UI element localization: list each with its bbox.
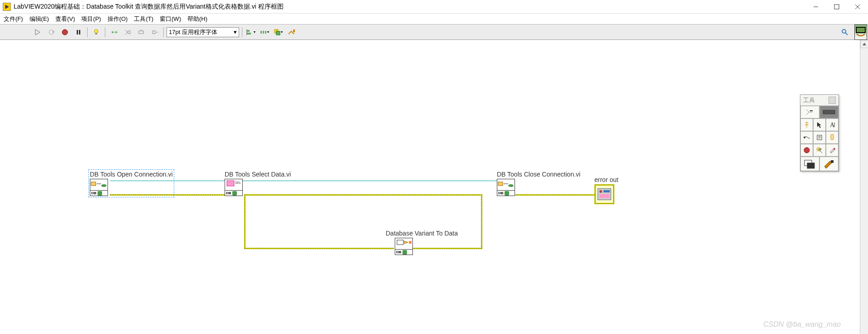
pause-button[interactable]	[73, 26, 84, 38]
connector-pane-icon[interactable]	[854, 25, 867, 40]
color-tool-fg[interactable]	[800, 157, 819, 171]
svg-marker-49	[817, 122, 821, 128]
color-tool-brush[interactable]	[819, 157, 839, 171]
menu-project[interactable]: 项目(P)	[81, 15, 101, 23]
operate-tool[interactable]	[800, 118, 813, 131]
wire-error[interactable]	[481, 194, 482, 249]
toolbar: 17pt 应用程序字体 ▾ ▾ ▾ ▾ ?	[0, 25, 868, 40]
node-db-close-connection[interactable]: DB Tools Close Connection.vi DB	[497, 171, 580, 196]
menu-view[interactable]: 查看(V)	[55, 15, 75, 23]
node-db-open-connection[interactable]: DB Tools Open Connection.vi DB	[90, 171, 173, 196]
menubar: 文件(F) 编辑(E) 查看(V) 项目(P) 操作(O) 工具(T) 窗口(W…	[0, 14, 868, 25]
wiring-tool[interactable]	[800, 131, 813, 144]
menu-tools[interactable]: 工具(T)	[134, 15, 153, 23]
palette-titlebar[interactable]: 工具	[800, 95, 839, 106]
svg-marker-0	[5, 5, 9, 9]
vi-icon: DB	[497, 179, 515, 196]
distribute-button[interactable]: ▾	[259, 26, 270, 38]
menu-help[interactable]: 帮助(H)	[187, 15, 207, 23]
probe-tool[interactable]: +P	[813, 144, 826, 157]
node-label: Database Variant To Data	[386, 230, 458, 237]
svg-rect-9	[79, 30, 80, 34]
svg-rect-23	[265, 31, 266, 34]
color-copy-tool[interactable]	[826, 144, 839, 157]
svg-rect-53	[817, 135, 822, 140]
scroll-up-arrow[interactable]	[860, 40, 868, 48]
db-text: DB	[91, 191, 97, 195]
wire-error[interactable]	[244, 194, 245, 249]
svg-marker-14	[116, 31, 118, 34]
step-into-button[interactable]	[122, 26, 133, 38]
svg-rect-46	[599, 194, 609, 198]
node-label: DB Tools Open Connection.vi	[90, 171, 173, 178]
align-button[interactable]: ▾	[245, 26, 257, 38]
palette-close-button[interactable]	[829, 97, 836, 104]
svg-rect-63	[831, 160, 834, 163]
svg-point-44	[599, 190, 602, 193]
breakpoint-tool[interactable]	[800, 144, 813, 157]
step-over-button[interactable]	[135, 26, 147, 38]
font-selector[interactable]: 17pt 应用程序字体 ▾	[167, 27, 239, 37]
svg-rect-45	[603, 190, 610, 192]
vi-icon: DB	[90, 179, 108, 196]
dropdown-icon: ▾	[234, 29, 237, 35]
svg-rect-2	[834, 5, 839, 9]
svg-rect-62	[807, 163, 814, 168]
svg-rect-38	[498, 182, 503, 186]
svg-rect-8	[77, 30, 78, 34]
svg-rect-18	[247, 30, 250, 32]
svg-rect-22	[263, 31, 264, 34]
menu-window[interactable]: 窗口(W)	[160, 15, 181, 23]
error-cluster-icon	[594, 184, 614, 204]
text-tool[interactable]: A	[826, 118, 839, 131]
svg-rect-19	[247, 33, 251, 34]
node-db-select-data[interactable]: DB Tools Select Data.vi SEL DB	[225, 171, 291, 196]
svg-marker-64	[863, 43, 866, 45]
reorder-button[interactable]: ▾	[272, 26, 284, 38]
cleanup-button[interactable]	[286, 26, 298, 38]
maximize-button[interactable]	[826, 0, 847, 14]
auto-tool-button[interactable]	[800, 106, 819, 118]
auto-tool-indicator[interactable]	[819, 106, 839, 118]
db-text: DB	[498, 191, 504, 195]
db-text: DB	[226, 191, 231, 195]
svg-point-10	[94, 29, 98, 33]
menu-edit[interactable]: 编辑(E)	[29, 15, 49, 23]
shortcut-menu-tool[interactable]	[813, 131, 826, 144]
abort-button[interactable]	[59, 26, 71, 38]
minimize-button[interactable]	[805, 0, 826, 14]
svg-rect-43	[409, 241, 412, 244]
vertical-scrollbar[interactable]	[860, 40, 868, 334]
svg-point-52	[804, 137, 805, 138]
step-out-button[interactable]	[149, 26, 161, 38]
run-button[interactable]	[32, 26, 44, 38]
node-db-variant-to-data[interactable]: Database Variant To Data DB	[386, 230, 458, 255]
run-continuous-button[interactable]	[45, 26, 57, 38]
vi-icon: SEL DB	[225, 179, 243, 196]
watermark: CSDN @ba_wang_mao	[763, 320, 841, 329]
svg-text:SEL: SEL	[235, 181, 241, 184]
svg-text:+P: +P	[818, 148, 822, 151]
retain-wire-button[interactable]	[108, 26, 120, 38]
close-button[interactable]	[847, 0, 868, 14]
svg-rect-16	[139, 31, 143, 34]
menu-file[interactable]: 文件(F)	[4, 15, 23, 23]
highlight-execution-button[interactable]	[90, 26, 102, 38]
terminal-error-out[interactable]: error out	[594, 176, 618, 204]
svg-rect-32	[857, 28, 865, 32]
position-tool[interactable]	[813, 118, 826, 131]
wire-error[interactable]	[244, 248, 394, 249]
search-button[interactable]	[839, 26, 851, 38]
block-diagram-canvas[interactable]: DB Tools Open Connection.vi DB DB Tools …	[0, 40, 868, 334]
svg-point-12	[112, 31, 113, 33]
svg-rect-25	[276, 31, 280, 35]
svg-point-27	[842, 29, 846, 33]
scroll-tool[interactable]	[826, 131, 839, 144]
svg-point-40	[508, 184, 514, 187]
menu-operate[interactable]: 操作(O)	[108, 15, 128, 23]
tools-palette[interactable]: 工具 A +P	[800, 94, 839, 172]
svg-rect-47	[810, 110, 813, 111]
svg-marker-42	[404, 241, 408, 244]
vi-icon: DB	[395, 238, 413, 255]
svg-point-60	[834, 148, 835, 150]
